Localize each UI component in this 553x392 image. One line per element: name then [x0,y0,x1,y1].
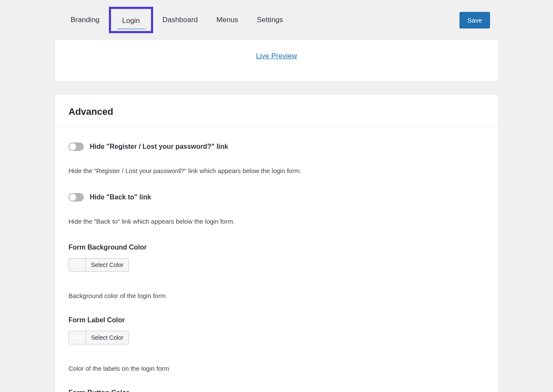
preview-panel: Live Preview [54,40,499,81]
hide-register-description: Hide the "Register / Lost your password?… [68,167,485,174]
form-bg-select-button[interactable]: Select Color [86,258,128,271]
header-bar: Branding Login Dashboard Menus Settings … [0,0,553,40]
form-button-label: Form Button Color [68,389,485,392]
save-button[interactable]: Save [459,12,490,28]
tab-branding[interactable]: Branding [61,7,109,33]
form-bg-color-picker[interactable]: Select Color [68,258,129,272]
form-label-label: Form Label Color [68,316,485,324]
form-bg-group: Form Background Color Select Color Backg… [68,244,485,299]
hide-backto-description: Hide the "Back to" link which appears be… [68,218,485,225]
tab-login[interactable]: Login [109,7,153,33]
toggle-knob [69,143,76,150]
section-header: Advanced [55,94,498,127]
form-label-select-button[interactable]: Select Color [86,331,128,344]
hide-backto-label: Hide "Back to" link [90,193,151,201]
tab-settings[interactable]: Settings [248,7,292,33]
tab-menus[interactable]: Menus [207,7,248,33]
form-button-group: Form Button Color Select Color [68,389,485,392]
form-label-description: Color of the labels on the login form [68,365,485,372]
form-label-group: Form Label Color Select Color Color of t… [68,316,485,372]
hide-register-toggle[interactable] [68,142,84,151]
form-bg-description: Background color of the login form [68,292,485,299]
hide-backto-row: Hide "Back to" link [68,193,485,202]
section-body: Hide "Register / Lost your password?" li… [55,127,498,392]
form-label-color-picker[interactable]: Select Color [68,331,129,344]
tabs: Branding Login Dashboard Menus Settings [61,7,292,33]
hide-register-label: Hide "Register / Lost your password?" li… [90,143,228,151]
form-bg-label: Form Background Color [68,244,485,251]
color-swatch [69,258,86,271]
hide-register-row: Hide "Register / Lost your password?" li… [68,142,485,151]
live-preview-link[interactable]: Live Preview [256,52,297,60]
tab-dashboard[interactable]: Dashboard [153,7,207,33]
live-preview-wrap: Live Preview [55,40,498,60]
advanced-section: Advanced Hide "Register / Lost your pass… [54,94,499,392]
toggle-knob [69,194,76,201]
hide-backto-toggle[interactable] [68,193,84,202]
color-swatch [69,331,86,344]
section-title: Advanced [68,106,485,117]
